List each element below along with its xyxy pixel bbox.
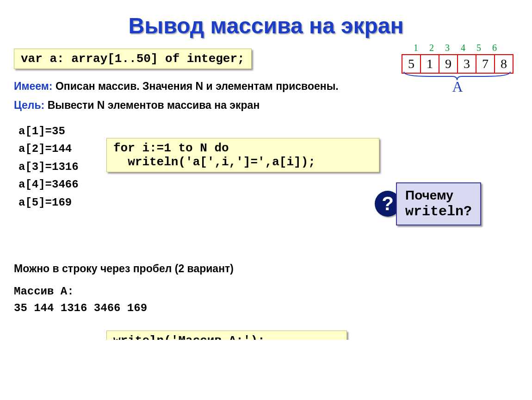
loop-code-1: for i:=1 to N do writeln('a[',i,']=',a[i…	[106, 138, 379, 172]
array-indices: 123456	[402, 43, 513, 53]
goal-line: Цель: Вывести N элементов массива на экр…	[14, 99, 518, 112]
array-cell: 8	[495, 55, 513, 73]
array-cells: 5 1 9 3 7 8	[402, 54, 513, 74]
array-cell: 7	[476, 55, 495, 73]
declaration-code: var a: array[1..50] of integer;	[14, 49, 252, 69]
array-label: A	[402, 78, 513, 95]
array-visual: 123456 5 1 9 3 7 8 A	[402, 43, 513, 95]
variant-heading: Можно в строку через пробел (2 вариант)	[14, 262, 518, 275]
callout-writeln: ? Почему writeln?	[375, 182, 481, 225]
array-cell: 5	[402, 55, 421, 73]
array-output-block: Массив A: 35 144 1316 3466 169	[14, 283, 518, 317]
array-cell: 1	[421, 55, 439, 73]
array-cell: 9	[439, 55, 458, 73]
array-output-values: 35 144 1316 3466 169	[14, 300, 518, 317]
array-cell: 3	[458, 55, 476, 73]
callout-box: Почему writeln?	[396, 182, 481, 225]
page-title: Вывод массива на экран	[14, 13, 518, 38]
array-output-title: Массив A:	[14, 283, 518, 300]
loop-code-2: writeln('Массив A:'); for i:=1 to N do w…	[106, 331, 347, 340]
